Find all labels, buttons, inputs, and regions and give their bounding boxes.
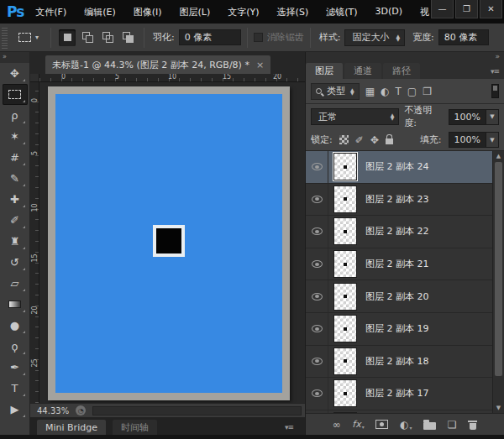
layer-name[interactable]: 图层 2 副本 24 bbox=[365, 160, 429, 173]
visibility-eye-icon[interactable] bbox=[312, 260, 323, 268]
toolbar-collapse[interactable]: » bbox=[0, 52, 29, 63]
menu-image[interactable]: 图像(I) bbox=[134, 6, 162, 18]
menu-type[interactable]: 文字(Y) bbox=[228, 6, 259, 18]
tab-channels[interactable]: 通道 bbox=[344, 63, 381, 79]
tab-mini-bridge[interactable]: Mini Bridge bbox=[37, 420, 106, 435]
menu-select[interactable]: 选择(S) bbox=[277, 6, 309, 18]
type-tool[interactable]: T bbox=[3, 378, 28, 399]
scrollbar-thumb[interactable] bbox=[495, 162, 502, 376]
layer-row[interactable]: 图层 2 副本 23 bbox=[306, 184, 492, 217]
menu-3d[interactable]: 3D(D) bbox=[375, 6, 403, 18]
lock-position-icon[interactable]: ✥ bbox=[370, 134, 379, 146]
menu-file[interactable]: 文件(F) bbox=[35, 6, 66, 18]
menu-filter[interactable]: 滤镜(T) bbox=[326, 6, 357, 18]
tab-timeline[interactable]: 时间轴 bbox=[113, 420, 157, 435]
layer-name[interactable]: 图层 2 副本 18 bbox=[365, 355, 429, 368]
layer-thumbnail[interactable] bbox=[333, 412, 357, 413]
visibility-eye-icon[interactable] bbox=[312, 163, 323, 170]
blur-tool[interactable]: ● bbox=[3, 315, 28, 336]
layer-row[interactable]: 图层 2 副本 22 bbox=[306, 216, 492, 248]
tool-preset-picker[interactable]: ▾ bbox=[13, 33, 45, 42]
new-layer-icon[interactable]: ❏ bbox=[448, 419, 457, 431]
fill-value[interactable]: 100% bbox=[449, 132, 486, 148]
style-select[interactable]: 固定大小 ▲▼ bbox=[344, 29, 405, 46]
layer-name[interactable]: 图层 2 副本 21 bbox=[365, 258, 429, 270]
add-to-selection-button[interactable] bbox=[79, 29, 96, 46]
fill-control[interactable]: 100% ▼ bbox=[449, 132, 499, 148]
maximize-button[interactable]: ❐ bbox=[455, 0, 478, 18]
layer-style-fx-icon[interactable]: fx▾ bbox=[352, 419, 364, 430]
panel-menu-icon[interactable]: ▾≡ bbox=[491, 67, 499, 76]
menu-edit[interactable]: 编辑(E) bbox=[84, 6, 116, 18]
history-brush-tool[interactable]: ↺ bbox=[3, 252, 28, 273]
tab-close-icon[interactable]: × bbox=[256, 60, 264, 71]
gradient-tool[interactable] bbox=[3, 294, 28, 315]
close-button[interactable]: ✕ bbox=[480, 0, 502, 18]
new-selection-button[interactable] bbox=[59, 29, 76, 46]
pen-tool[interactable]: ✒ bbox=[3, 357, 28, 378]
new-group-icon[interactable] bbox=[423, 420, 436, 430]
eyedropper-tool[interactable]: ✎ bbox=[3, 168, 28, 189]
path-selection-tool[interactable]: ▶ bbox=[3, 399, 28, 420]
layer-row-partial[interactable] bbox=[306, 410, 492, 413]
visibility-eye-icon[interactable] bbox=[312, 358, 323, 365]
width-input[interactable]: 80 像素 bbox=[438, 29, 489, 45]
lasso-tool[interactable]: ρ bbox=[3, 105, 28, 126]
move-tool[interactable]: ✥ bbox=[3, 63, 28, 84]
blend-mode-select[interactable]: 正常 ▲▼ bbox=[311, 108, 399, 125]
zoom-readout[interactable]: 44.33% bbox=[37, 406, 69, 415]
layer-thumbnail[interactable] bbox=[333, 153, 357, 180]
rectangular-marquee-tool[interactable] bbox=[3, 84, 28, 105]
filter-toggle-switch[interactable] bbox=[491, 84, 499, 98]
minimize-button[interactable]: — bbox=[431, 0, 454, 18]
filter-pixel-layers-icon[interactable]: ▦ bbox=[365, 86, 375, 97]
link-layers-icon[interactable]: ∞ bbox=[333, 419, 341, 431]
scroll-up-icon[interactable]: ▲ bbox=[493, 151, 504, 161]
tab-layers[interactable]: 图层 bbox=[306, 63, 343, 79]
layer-name[interactable]: 图层 2 副本 17 bbox=[365, 387, 429, 400]
panel-menu-icon[interactable]: ▾≡ bbox=[285, 423, 293, 431]
dodge-tool[interactable]: ϙ bbox=[3, 336, 28, 357]
layer-list-scrollbar[interactable]: ▲ ▼ bbox=[492, 151, 504, 413]
visibility-eye-icon[interactable] bbox=[312, 196, 323, 203]
filter-shape-layers-icon[interactable]: ▢ bbox=[407, 86, 417, 97]
layer-thumbnail[interactable] bbox=[333, 217, 357, 245]
canvas[interactable] bbox=[55, 94, 282, 393]
layer-name[interactable]: 图层 2 副本 20 bbox=[365, 290, 429, 303]
filter-smart-objects-icon[interactable]: ❐ bbox=[423, 86, 432, 97]
layer-row[interactable]: 图层 2 副本 17 bbox=[306, 378, 492, 410]
scroll-down-icon[interactable]: ▼ bbox=[493, 403, 504, 413]
layer-row[interactable]: 图层 2 副本 21 bbox=[306, 248, 492, 281]
canvas-viewport[interactable]: 0 5 10 15 20 0 5 10 15 20 25 bbox=[30, 74, 305, 403]
intersect-selection-button[interactable] bbox=[119, 29, 136, 46]
subtract-from-selection-button[interactable] bbox=[99, 29, 116, 46]
filter-type-layers-icon[interactable]: T bbox=[395, 86, 401, 97]
feather-input[interactable]: 0 像素 bbox=[179, 29, 241, 45]
visibility-eye-icon[interactable] bbox=[312, 389, 323, 397]
clone-stamp-tool[interactable]: ♜ bbox=[3, 231, 28, 252]
antialias-checkbox[interactable] bbox=[254, 33, 263, 42]
visibility-eye-icon[interactable] bbox=[312, 325, 323, 332]
layer-thumbnail[interactable] bbox=[333, 348, 357, 375]
opacity-value[interactable]: 100% bbox=[449, 109, 486, 125]
visibility-eye-icon[interactable] bbox=[312, 227, 323, 235]
magic-wand-tool[interactable]: ✶ bbox=[3, 126, 28, 147]
opacity-control[interactable]: 100% ▼ bbox=[449, 109, 499, 125]
layer-row[interactable]: 图层 2 副本 20 bbox=[306, 280, 492, 313]
chevron-down-icon[interactable]: ▼ bbox=[486, 109, 499, 125]
menu-layer[interactable]: 图层(L) bbox=[180, 6, 211, 18]
tab-paths[interactable]: 路径 bbox=[383, 63, 420, 79]
lock-all-icon[interactable] bbox=[386, 138, 393, 144]
lock-transparency-icon[interactable] bbox=[339, 135, 349, 144]
add-layer-mask-icon[interactable] bbox=[375, 420, 388, 429]
layer-thumbnail[interactable] bbox=[333, 250, 357, 278]
document-tab[interactable]: 未标题-1 @ 44.3% (图层 2 副本 24, RGB/8) * × bbox=[45, 55, 270, 74]
visibility-eye-icon[interactable] bbox=[312, 293, 323, 301]
layer-thumbnail[interactable] bbox=[333, 379, 357, 407]
healing-brush-tool[interactable]: ✚ bbox=[3, 189, 28, 210]
eraser-tool[interactable]: ▱ bbox=[3, 273, 28, 294]
brush-tool[interactable]: ✐ bbox=[3, 210, 28, 231]
dock-collapse[interactable]: » bbox=[306, 52, 504, 60]
layer-name[interactable]: 图层 2 副本 23 bbox=[365, 193, 429, 206]
layer-thumbnail[interactable] bbox=[333, 283, 357, 311]
